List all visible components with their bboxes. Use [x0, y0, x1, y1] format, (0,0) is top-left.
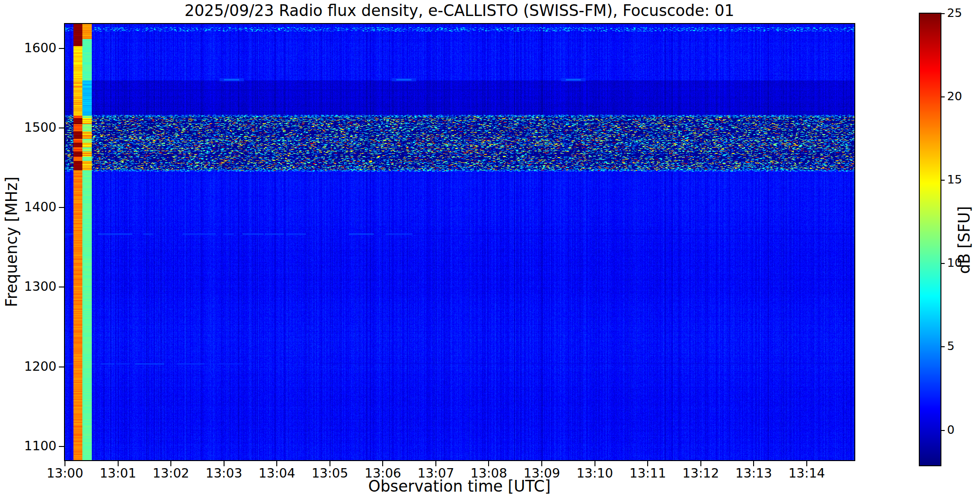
y-tick-label: 1200 [0, 359, 56, 374]
x-tick-label: 13:05 [312, 466, 348, 480]
colorbar-tick-mark [940, 430, 945, 431]
colorbar-tick-mark [940, 180, 945, 181]
y-tick-mark [59, 127, 64, 128]
x-tick-label: 13:03 [206, 466, 242, 480]
colorbar-tick-label: 25 [947, 6, 962, 20]
x-tick-label: 13:06 [364, 466, 401, 480]
chart-title: 2025/09/23 Radio flux density, e-CALLIST… [185, 1, 734, 20]
colorbar-tick-mark [940, 96, 945, 97]
y-tick-label: 1300 [0, 279, 56, 294]
x-tick-label: 13:08 [471, 466, 507, 480]
spectrogram-canvas [65, 24, 854, 460]
x-tick-label: 13:11 [629, 466, 666, 480]
x-tick-label: 13:01 [100, 466, 137, 480]
y-tick-mark [59, 48, 64, 49]
colorbar-tick-mark [940, 263, 945, 264]
y-tick-label: 1100 [0, 438, 56, 453]
y-tick-label: 1600 [0, 40, 56, 55]
y-tick-mark [59, 287, 64, 287]
colorbar-tick-mark [940, 346, 945, 347]
colorbar-tick-label: 0 [947, 423, 955, 437]
x-tick-label: 13:13 [735, 466, 772, 480]
x-tick-label: 13:10 [577, 466, 613, 480]
x-tick-label: 13:04 [258, 466, 295, 480]
colorbar [919, 13, 941, 466]
y-tick-mark [59, 367, 64, 367]
colorbar-tick-label: 5 [947, 339, 955, 353]
y-tick-label: 1400 [0, 199, 56, 214]
x-tick-label: 13:07 [418, 466, 454, 480]
spectrogram-plot-area [64, 23, 855, 461]
colorbar-tick-label: 20 [947, 89, 962, 103]
x-tick-label: 13:02 [153, 466, 189, 480]
y-tick-label: 1500 [0, 120, 56, 135]
x-tick-label: 13:00 [47, 466, 83, 480]
colorbar-tick-label: 15 [947, 173, 962, 186]
colorbar-tick-label: 10 [947, 256, 962, 270]
y-tick-mark [59, 207, 64, 208]
x-tick-label: 13:14 [788, 466, 825, 480]
x-tick-label: 13:09 [523, 466, 560, 480]
colorbar-canvas [920, 14, 940, 465]
x-tick-label: 13:12 [683, 466, 719, 480]
callisto-spectrogram-page: 2025/09/23 Radio flux density, e-CALLIST… [0, 0, 980, 502]
y-tick-mark [59, 446, 64, 447]
colorbar-tick-mark [940, 13, 945, 14]
